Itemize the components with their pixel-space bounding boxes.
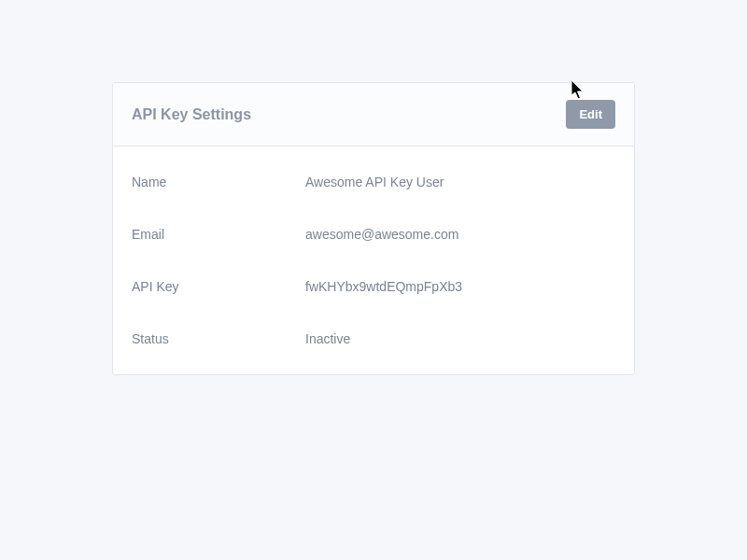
panel-header: API Key Settings Edit — [113, 83, 634, 147]
panel-title: API Key Settings — [132, 106, 251, 123]
field-row-status: Status Inactive — [113, 313, 634, 365]
field-value-api-key: fwKHYbx9wtdEQmpFpXb3 — [305, 279, 462, 294]
field-label-api-key: API Key — [132, 279, 305, 294]
field-row-api-key: API Key fwKHYbx9wtdEQmpFpXb3 — [113, 260, 634, 313]
field-value-email: awesome@awesome.com — [305, 227, 458, 242]
field-label-email: Email — [132, 227, 305, 242]
edit-button[interactable]: Edit — [566, 100, 615, 129]
field-label-status: Status — [132, 331, 305, 346]
field-value-name: Awesome API Key User — [305, 175, 444, 189]
field-row-email: Email awesome@awesome.com — [113, 208, 634, 260]
field-value-status: Inactive — [305, 331, 350, 346]
field-row-name: Name Awesome API Key User — [113, 156, 634, 208]
panel-body: Name Awesome API Key User Email awesome@… — [113, 147, 634, 374]
api-key-settings-panel: API Key Settings Edit Name Awesome API K… — [112, 82, 635, 375]
field-label-name: Name — [132, 175, 305, 189]
